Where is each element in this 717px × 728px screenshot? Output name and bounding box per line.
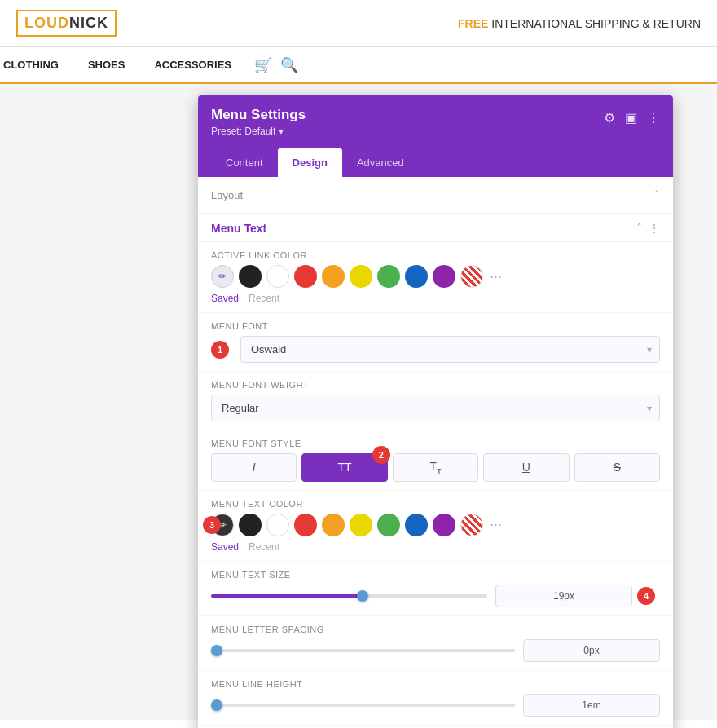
swatch-purple-2[interactable] [433, 514, 455, 536]
menu-line-height-field: Menu Line Height [198, 671, 673, 726]
menu-text-color-label: Menu Text Color [211, 499, 660, 509]
font-style-buttons: I TT 2 Tт U S [211, 453, 660, 482]
panel-body: Layout ˅ Menu Text ˄ ⋮ Active Link Color… [198, 177, 673, 728]
more-icon[interactable]: ⋮ [647, 110, 660, 126]
menu-letter-spacing-input[interactable] [523, 639, 660, 662]
slider-thumb-line[interactable] [211, 699, 222, 711]
menu-font-style-label: Menu Font Style [211, 439, 660, 448]
collapse-icon[interactable]: ˄ [636, 222, 642, 235]
swatch-green-1[interactable] [377, 265, 400, 288]
nav-icons: 🛒 🔍 [246, 56, 306, 74]
style-italic[interactable]: I [211, 453, 297, 482]
style-strikethrough[interactable]: S [574, 453, 660, 482]
settings-panel: Menu Settings Preset: Default ▾ ⚙ ▣ ⋮ Co… [198, 95, 673, 728]
step-badge-1: 1 [211, 341, 229, 359]
menu-font-field: Menu Font 1 Oswald ▾ [198, 313, 673, 372]
layout-section[interactable]: Layout ˅ [198, 177, 673, 214]
saved-label-2[interactable]: Saved [211, 541, 239, 553]
cart-icon[interactable]: 🛒 [254, 56, 272, 74]
saved-recent-2: Saved Recent [211, 541, 660, 553]
style-smallcaps[interactable]: Tт [393, 453, 478, 482]
menu-font-select-wrapper: Oswald ▾ [240, 336, 660, 363]
swatch-white-1[interactable] [266, 265, 289, 288]
page-content: Menu Settings Preset: Default ▾ ⚙ ▣ ⋮ Co… [0, 84, 717, 720]
logo[interactable]: LOUDNICK [16, 10, 117, 37]
menu-letter-spacing-slider-row [211, 639, 660, 662]
menu-line-height-label: Menu Line Height [211, 679, 660, 689]
swatch-yellow-1[interactable] [350, 265, 372, 288]
menu-font-select[interactable]: Oswald [240, 336, 660, 363]
promo-text: INTERNATIONAL SHIPPING & RETURN [488, 17, 701, 30]
layout-label: Layout [211, 189, 243, 201]
menu-font-weight-field: Menu Font Weight Regular ▾ [198, 372, 673, 430]
header-promo: FREE INTERNATIONAL SHIPPING & RETURN [458, 17, 701, 30]
step-badge-3: 3 [203, 516, 221, 534]
panel-preset[interactable]: Preset: Default ▾ [211, 126, 306, 137]
color-picker-icon[interactable]: ✏ [211, 265, 234, 288]
swatch-none-2[interactable] [460, 514, 483, 536]
menu-font-weight-select[interactable]: Regular [211, 395, 660, 421]
color-swatches-1: ✏ ··· [211, 265, 660, 288]
menu-font-style-field: Menu Font Style I TT 2 Tт U S [198, 430, 673, 491]
more-options-icon[interactable]: ⋮ [649, 222, 660, 235]
panel-header: Menu Settings Preset: Default ▾ ⚙ ▣ ⋮ [198, 95, 673, 148]
menu-text-size-label: Menu Text Size [211, 570, 660, 580]
style-uppercase[interactable]: TT 2 [301, 453, 387, 482]
tabs: Content Design Advanced [198, 148, 673, 177]
tab-design[interactable]: Design [278, 148, 342, 177]
tab-content[interactable]: Content [211, 148, 278, 177]
swatch-green-2[interactable] [377, 514, 400, 536]
nav-item-shoes[interactable]: SHOES [73, 47, 140, 82]
style-underline[interactable]: U [483, 453, 569, 482]
slider-fill-size [211, 594, 363, 598]
slider-thumb-size[interactable] [357, 590, 368, 602]
menu-line-height-input[interactable] [523, 694, 660, 717]
menu-line-height-slider-row [211, 694, 660, 717]
swatch-white-2[interactable] [266, 514, 289, 536]
menu-font-label: Menu Font [211, 321, 660, 331]
menu-text-size-input[interactable] [495, 585, 632, 607]
menu-letter-spacing-track[interactable] [211, 649, 515, 652]
swatch-blue-2[interactable] [405, 514, 428, 536]
menu-text-color-field: Menu Text Color 3 ✏ ··· [198, 491, 673, 562]
menu-text-size-track[interactable] [211, 594, 487, 598]
slider-thumb-letter[interactable] [211, 645, 222, 656]
menu-text-size-field: Menu Text Size 4 [198, 562, 673, 616]
menu-line-height-track[interactable] [211, 704, 515, 707]
swatch-purple-1[interactable] [433, 265, 455, 288]
more-swatches-1[interactable]: ··· [490, 268, 502, 285]
settings-icon[interactable]: ⚙ [604, 110, 615, 126]
swatch-black-2[interactable] [239, 514, 262, 536]
recent-label-2[interactable]: Recent [249, 541, 279, 553]
more-swatches-2[interactable]: ··· [490, 516, 502, 533]
step-badge-2: 2 [372, 446, 390, 464]
header: LOUDNICK FREE INTERNATIONAL SHIPPING & R… [0, 0, 717, 47]
swatch-orange-2[interactable] [322, 514, 345, 536]
layout-icon[interactable]: ▣ [625, 110, 637, 126]
swatch-black-1[interactable] [239, 265, 262, 288]
swatch-orange-1[interactable] [322, 265, 345, 288]
color-swatches-2: 3 ✏ ··· [211, 514, 660, 536]
menu-letter-spacing-label: Menu Letter Spacing [211, 624, 660, 634]
layout-chevron: ˅ [654, 188, 660, 201]
swatch-blue-1[interactable] [405, 265, 428, 288]
saved-label-1[interactable]: Saved [211, 293, 239, 304]
saved-recent-1: Saved Recent [211, 293, 660, 304]
panel-title: Menu Settings [211, 107, 306, 123]
search-icon[interactable]: 🔍 [280, 56, 298, 74]
step-badge-4: 4 [637, 587, 655, 605]
recent-label-1[interactable]: Recent [249, 293, 279, 304]
menu-letter-spacing-field: Menu Letter Spacing [198, 616, 673, 671]
swatch-yellow-2[interactable] [350, 514, 372, 536]
active-link-color-field: Active Link Color ✏ ··· Saved Rece [198, 242, 673, 313]
menu-font-weight-select-wrapper: Regular ▾ [211, 395, 660, 421]
nav-item-accessories[interactable]: ACCESSORIES [139, 47, 246, 82]
swatch-none-1[interactable] [460, 265, 483, 288]
swatch-red-2[interactable] [294, 514, 317, 536]
subsection-icons: ˄ ⋮ [636, 222, 660, 235]
logo-loud: LOUD [24, 15, 69, 31]
nav-item-clothing[interactable]: CLOTHING [0, 47, 73, 82]
swatch-red-1[interactable] [294, 265, 317, 288]
menu-font-weight-label: Menu Font Weight [211, 380, 660, 390]
tab-advanced[interactable]: Advanced [342, 148, 419, 177]
